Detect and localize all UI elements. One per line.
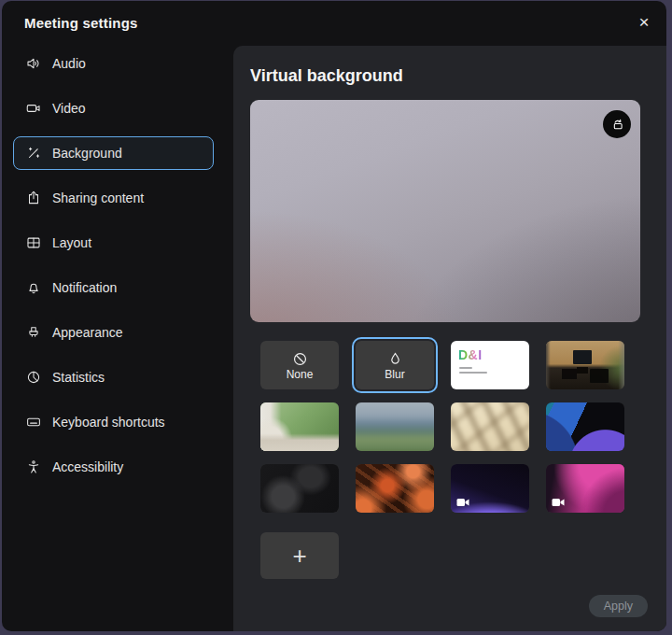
- background-thumbnail-grid: None Blur D&I: [260, 341, 666, 513]
- living-room-photo: [260, 402, 339, 451]
- background-thumbnail-pink-abstract[interactable]: [546, 464, 624, 513]
- camera-preview: [250, 100, 640, 322]
- none-icon: [291, 350, 309, 368]
- sidebar-item-sharing-content[interactable]: Sharing content: [13, 181, 214, 215]
- sidebar-item-statistics[interactable]: Statistics: [13, 360, 214, 394]
- sidebar-item-audio[interactable]: Audio: [13, 47, 214, 80]
- background-thumbnail-abstract-blue-purple[interactable]: [546, 402, 624, 451]
- blur-droplet-icon: [386, 350, 404, 368]
- background-thumbnail-window-shadows[interactable]: [451, 402, 529, 451]
- background-thumbnail-orange-lava[interactable]: [356, 464, 434, 513]
- mountains-photo: [356, 402, 434, 451]
- sidebar-item-background[interactable]: Background: [13, 136, 214, 170]
- magic-wand-icon: [25, 145, 42, 162]
- sidebar-item-label: Audio: [52, 56, 86, 71]
- sidebar-item-label: Sharing content: [52, 190, 144, 205]
- pie-chart-icon: [25, 369, 42, 386]
- background-thumbnail-purple-glow[interactable]: [451, 464, 529, 513]
- sidebar-item-accessibility[interactable]: Accessibility: [13, 450, 214, 484]
- video-camera-badge-icon: [456, 498, 469, 507]
- add-background-button[interactable]: +: [260, 532, 339, 579]
- settings-sidebar: Audio Video Background Sharing content L…: [2, 46, 233, 631]
- sidebar-item-label: Video: [52, 101, 86, 116]
- flip-camera-button[interactable]: [603, 110, 631, 138]
- dialog-title: Meeting settings: [24, 15, 138, 31]
- close-icon[interactable]: ×: [633, 10, 655, 33]
- meeting-settings-dialog: Meeting settings × Audio Video Backgroun…: [2, 1, 666, 631]
- dandi-tagline-line: [459, 372, 487, 374]
- dandi-tagline-line: [459, 367, 472, 369]
- apply-button[interactable]: Apply: [589, 595, 648, 617]
- background-thumbnail-dandi-logo[interactable]: D&I: [451, 341, 529, 389]
- sidebar-item-notification[interactable]: Notification: [13, 271, 214, 304]
- sidebar-item-label: Notification: [52, 280, 117, 295]
- background-thumbnail-office-interior[interactable]: [546, 341, 624, 389]
- sidebar-item-label: Background: [52, 146, 122, 161]
- speaker-icon: [25, 55, 42, 72]
- bell-icon: [25, 279, 42, 296]
- background-thumbnail-blurred-mountains[interactable]: [356, 402, 434, 451]
- background-none-button[interactable]: None: [260, 341, 339, 389]
- background-blur-button[interactable]: Blur: [356, 341, 434, 389]
- sidebar-item-video[interactable]: Video: [13, 92, 214, 125]
- background-thumbnail-dark-waves[interactable]: [260, 464, 339, 513]
- blur-label: Blur: [385, 369, 404, 381]
- share-icon: [25, 190, 42, 206]
- sidebar-item-label: Appearance: [52, 325, 123, 340]
- background-thumbnail-living-room[interactable]: [260, 402, 339, 451]
- sidebar-item-keyboard-shortcuts[interactable]: Keyboard shortcuts: [13, 405, 214, 439]
- keyboard-icon: [25, 414, 42, 430]
- camera-icon: [25, 100, 42, 117]
- sidebar-item-appearance[interactable]: Appearance: [13, 316, 214, 349]
- office-photo: [546, 341, 624, 389]
- window-shadows-photo: [451, 402, 529, 451]
- plus-icon: +: [292, 542, 306, 571]
- dandi-logo-text: D&I: [458, 347, 483, 362]
- dark-waves-art: [260, 464, 339, 513]
- sidebar-item-label: Statistics: [52, 370, 105, 385]
- sidebar-item-label: Keyboard shortcuts: [52, 415, 165, 430]
- sidebar-item-label: Accessibility: [52, 459, 123, 474]
- sidebar-item-label: Layout: [52, 235, 91, 250]
- paintbrush-icon: [25, 324, 42, 341]
- none-label: None: [287, 369, 314, 381]
- sidebar-item-layout[interactable]: Layout: [13, 226, 214, 260]
- lava-texture: [356, 464, 434, 513]
- virtual-background-panel: Virtual background None Blur D&I: [233, 46, 666, 631]
- accessibility-icon: [25, 459, 42, 475]
- abstract-art: [546, 402, 624, 451]
- layout-grid-icon: [25, 234, 42, 251]
- video-camera-badge-icon: [552, 498, 565, 507]
- panel-title: Virtual background: [250, 66, 403, 86]
- flip-camera-icon: [609, 117, 625, 133]
